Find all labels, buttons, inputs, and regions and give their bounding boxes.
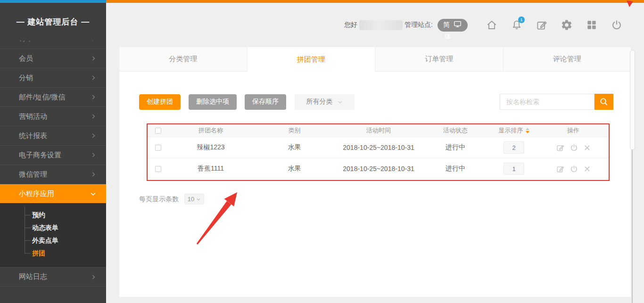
chevron-right-icon (90, 55, 97, 62)
submenu-item-dynamic-forms[interactable]: 动态表单 (0, 221, 106, 234)
scrollbar-track (632, 150, 633, 303)
cell-status: 进行中 (421, 143, 490, 152)
chevron-right-icon (90, 41, 97, 42)
create-group-buy-button[interactable]: 创建拼团 (139, 94, 181, 110)
notifications-button[interactable]: 1 (511, 19, 523, 31)
chevron-right-icon (90, 74, 97, 81)
username-redacted (359, 20, 403, 30)
sidebar-item-orders[interactable]: 订单 (0, 41, 106, 49)
language-switcher: 简 体 (438, 19, 468, 32)
cell-name: 辣椒1223 (169, 143, 253, 152)
notification-badge: 1 (518, 16, 525, 23)
cell-name: 香蕉1111 (169, 164, 253, 173)
column-header-operations: 操作 (538, 126, 609, 135)
cell-time: 2018-10-25~2018-10-31 (336, 165, 421, 172)
sort-toggle[interactable] (526, 128, 529, 133)
search-icon (599, 97, 609, 107)
column-header-sort: 显示排序 (499, 126, 523, 135)
sidebar-item-ecommerce-settings[interactable]: 电子商务设置 (0, 145, 106, 164)
save-order-button[interactable]: 保存顺序 (245, 94, 286, 110)
cell-time: 2018-10-25~2018-10-31 (336, 144, 421, 151)
grid-icon (586, 19, 598, 31)
page-size-select[interactable]: 10 (184, 194, 204, 205)
chevron-right-icon (90, 132, 97, 139)
sidebar-item-members[interactable]: 会员 (0, 49, 106, 68)
apps-grid-button[interactable] (586, 19, 598, 31)
group-buy-table: 拼团名称 类别 活动时间 活动状态 显示排序 操作 辣椒1223 水果 2018… (147, 123, 610, 181)
home-button[interactable] (486, 19, 498, 31)
search-bar (500, 94, 613, 110)
disable-row-button[interactable] (570, 164, 578, 173)
sidebar-item-distribution[interactable]: 分销 (0, 68, 106, 87)
edit-row-button[interactable] (556, 164, 565, 173)
delete-row-button[interactable] (583, 144, 591, 152)
submenu-item-takeout-ordering[interactable]: 外卖点单 (0, 234, 106, 247)
column-header-time: 活动时间 (336, 126, 421, 135)
cell-status: 进行中 (421, 164, 490, 173)
delete-selected-button[interactable]: 删除选中项 (189, 94, 237, 110)
chevron-down-icon (196, 197, 201, 202)
chevron-right-icon (90, 152, 97, 158)
language-pill-button[interactable]: 简 (438, 19, 468, 32)
chevron-down-icon (90, 190, 97, 197)
chevron-right-icon (90, 171, 97, 178)
sort-asc-icon (526, 128, 529, 130)
language-secondary-label: 体 (445, 33, 451, 41)
pagination: 每页显示条数 10 (139, 194, 631, 205)
close-icon (583, 165, 591, 173)
app-title: — 建站管理后台 — (0, 3, 106, 41)
tab-group-buying-management[interactable]: 拼团管理 (248, 47, 376, 72)
logout-button[interactable] (611, 19, 623, 31)
chevron-right-icon (90, 274, 97, 280)
sidebar-item-miniprogram-apps[interactable]: 小程序应用 (0, 184, 106, 203)
page-size-label: 每页显示条数 (139, 195, 179, 204)
table-row: 香蕉1111 水果 2018-10-25~2018-10-31 进行中 1 (148, 158, 609, 179)
miniprogram-submenu: 预约 动态表单 外卖点单 拼团 (0, 203, 106, 267)
row-checkbox[interactable] (155, 166, 161, 172)
sort-order-input[interactable]: 2 (504, 141, 524, 154)
chevron-down-icon (337, 99, 343, 105)
chevron-right-icon (90, 113, 97, 120)
chevron-right-icon (90, 94, 97, 100)
sort-order-input[interactable]: 1 (504, 163, 524, 175)
select-all-checkbox[interactable] (155, 128, 161, 134)
tab-bar: 分类管理 拼团管理 订单管理 评论管理 (119, 47, 631, 72)
sidebar: — 建站管理后台 — 订单 会员 分销 邮件/短信/微信 营 (0, 3, 106, 303)
search-input[interactable] (500, 94, 594, 110)
language-primary-label: 简 (443, 21, 450, 29)
tab-comment-management[interactable]: 评论管理 (504, 47, 631, 72)
sidebar-item-mail-sms-wechat[interactable]: 邮件/短信/微信 (0, 87, 106, 106)
header: 您好 管理站点: 简 体 1 (344, 17, 623, 33)
tab-order-management[interactable]: 订单管理 (375, 47, 504, 72)
sidebar-menu: 订单 会员 分销 邮件/短信/微信 营销活动 (0, 41, 106, 287)
scrollbar-thumb[interactable] (630, 50, 635, 150)
edit-row-button[interactable] (556, 143, 565, 152)
tab-category-management[interactable]: 分类管理 (119, 47, 248, 72)
sidebar-item-statistics[interactable]: 统计报表 (0, 126, 106, 145)
submenu-item-group-buying[interactable]: 拼团 (0, 247, 106, 260)
sidebar-item-site-logs[interactable]: 网站日志 (0, 267, 106, 287)
submenu-item-booking[interactable]: 预约 (0, 209, 106, 221)
edit-site-button[interactable] (536, 19, 548, 31)
loading-bar-orange-segment (106, 0, 644, 3)
main-panel: 分类管理 拼团管理 订单管理 评论管理 创建拼团 删除选中项 保存顺序 所有分类… (119, 47, 631, 297)
table-row: 辣椒1223 水果 2018-10-25~2018-10-31 进行中 2 (148, 137, 609, 158)
greeting-text: 您好 (344, 21, 357, 29)
category-filter-select[interactable]: 所有分类 (295, 94, 355, 110)
settings-button[interactable] (561, 19, 573, 31)
column-header-category: 类别 (253, 126, 336, 135)
table-header-row: 拼团名称 类别 活动时间 活动状态 显示排序 操作 (148, 124, 609, 137)
gear-icon (562, 20, 571, 30)
column-header-name: 拼团名称 (169, 126, 253, 135)
disable-row-button[interactable] (570, 143, 578, 152)
sidebar-item-wechat-management[interactable]: 微信管理 (0, 164, 106, 184)
sort-desc-icon (526, 131, 529, 133)
sidebar-item-marketing[interactable]: 营销活动 (0, 106, 106, 126)
row-checkbox[interactable] (155, 145, 161, 151)
delete-row-button[interactable] (583, 165, 591, 173)
cell-category: 水果 (253, 143, 336, 152)
site-label: 管理站点: (405, 21, 433, 29)
search-button[interactable] (594, 94, 613, 110)
monitor-icon (453, 20, 462, 30)
column-header-status: 活动状态 (421, 126, 490, 135)
